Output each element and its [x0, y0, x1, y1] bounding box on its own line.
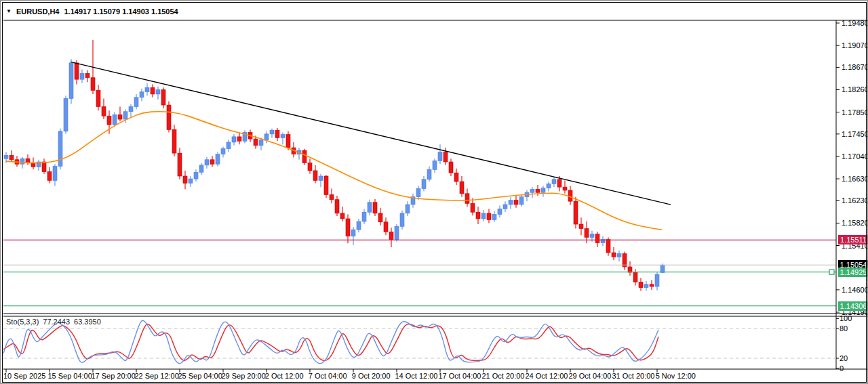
bull-candle — [433, 161, 437, 169]
bear-candle — [606, 240, 610, 253]
bear-candle — [384, 222, 388, 232]
bear-candle — [639, 282, 643, 288]
bear-candle — [612, 253, 616, 257]
price-chart-canvas[interactable] — [1, 1, 868, 384]
bull-candle — [416, 189, 420, 197]
bull-candle — [400, 213, 404, 226]
bull-candle — [492, 215, 496, 220]
bear-candle — [585, 229, 589, 238]
bear-candle — [254, 139, 258, 146]
price-axis-label: 1.14600 — [842, 286, 868, 294]
bull-candle — [189, 179, 193, 183]
bull-candle — [547, 184, 551, 188]
bull-candle — [481, 213, 486, 219]
bear-candle — [91, 78, 95, 91]
bear-candle — [389, 232, 393, 239]
bear-candle — [449, 162, 453, 173]
bull-candle — [530, 189, 534, 192]
bear-candle — [286, 135, 290, 148]
price-axis-label: 1.17850 — [842, 108, 868, 116]
bull-candle — [644, 284, 648, 288]
bull-candle — [194, 172, 198, 179]
bear-candle — [373, 202, 377, 213]
bear-candle — [536, 189, 540, 192]
date-axis-label: 7 Oct 04:00 — [309, 372, 347, 380]
price-axis-label: 1.19480 — [842, 19, 868, 27]
stochastic-name: Sto(5,3,3) — [6, 318, 39, 326]
bear-candle — [102, 106, 106, 116]
bull-candle — [4, 155, 8, 158]
bull-candle — [64, 98, 68, 131]
sto-axis-label: 20 — [840, 354, 848, 362]
bull-candle — [232, 137, 236, 142]
bull-candle — [655, 274, 659, 286]
bull-candle — [319, 176, 323, 180]
bull-candle — [259, 140, 263, 146]
bull-candle — [113, 115, 117, 125]
bear-candle — [96, 90, 100, 106]
bull-candle — [498, 209, 502, 214]
date-axis-label: 25 Sep 04:00 — [178, 372, 222, 380]
bull-candle — [406, 205, 410, 213]
stochastic-signal-value: 63.3950 — [74, 318, 101, 326]
hline-drag-handle[interactable] — [829, 270, 834, 274]
bull-candle — [438, 152, 442, 161]
bear-candle — [574, 201, 578, 224]
bull-candle — [199, 165, 203, 172]
bull-candle — [264, 134, 269, 140]
bear-candle — [465, 194, 469, 204]
date-axis-label: 24 Oct 12:00 — [525, 372, 568, 380]
price-axis-label: 1.15820 — [842, 219, 868, 227]
bull-candle — [69, 63, 73, 98]
bear-candle — [476, 212, 480, 219]
bull-candle — [395, 226, 399, 239]
date-axis-label: 22 Sep 12:00 — [134, 372, 178, 380]
bear-candle — [346, 219, 350, 236]
bull-candle — [519, 197, 524, 205]
bull-candle — [503, 205, 507, 209]
price-axis-label: 1.18670 — [842, 63, 868, 71]
sto-axis-label: 0 — [840, 364, 844, 372]
price-axis-label: 1.17040 — [842, 152, 868, 161]
bear-candle — [9, 155, 14, 159]
bear-candle — [210, 160, 214, 164]
bear-candle — [563, 187, 567, 190]
bear-candle — [487, 213, 491, 220]
bear-candle — [335, 200, 339, 213]
price-axis-label: 1.19070 — [842, 41, 868, 49]
date-axis-label: 2 Oct 12:00 — [265, 372, 304, 380]
date-axis-label: 29 Oct 04:00 — [568, 372, 611, 380]
bull-candle — [156, 89, 160, 93]
bear-candle — [454, 173, 458, 182]
bear-candle — [557, 179, 561, 187]
bull-candle — [134, 98, 138, 107]
bull-candle — [351, 230, 355, 236]
bear-candle — [579, 224, 583, 228]
moving-average-line[interactable] — [6, 112, 662, 230]
bear-candle — [378, 213, 382, 222]
support-price-badge: 1.14925 — [838, 268, 868, 277]
symbol-dropdown-icon[interactable]: ▼ — [6, 8, 12, 15]
sto-axis-label: 100 — [840, 314, 852, 322]
ohlc-values: 1.14917 1.15079 1.14903 1.15054 — [64, 7, 178, 16]
bear-candle — [161, 89, 165, 105]
date-axis-label: 14 Oct 12:00 — [395, 372, 437, 380]
bear-candle — [118, 115, 122, 119]
bear-candle — [275, 130, 279, 137]
bear-candle — [31, 163, 35, 167]
bull-candle — [53, 166, 57, 180]
bull-candle — [660, 265, 665, 272]
sto-axis-label: 80 — [840, 324, 848, 333]
bull-candle — [226, 142, 231, 149]
bull-candle — [145, 87, 149, 91]
bear-candle — [75, 63, 79, 79]
bear-candle — [650, 284, 654, 286]
descending-trendline[interactable] — [71, 62, 671, 205]
bear-candle — [514, 200, 518, 205]
bear-candle — [42, 162, 46, 172]
bull-candle — [552, 179, 556, 184]
bull-candle — [590, 234, 594, 238]
date-axis-label: 29 Sep 20:00 — [221, 372, 265, 380]
bear-candle — [443, 152, 448, 162]
bear-candle — [183, 176, 187, 183]
